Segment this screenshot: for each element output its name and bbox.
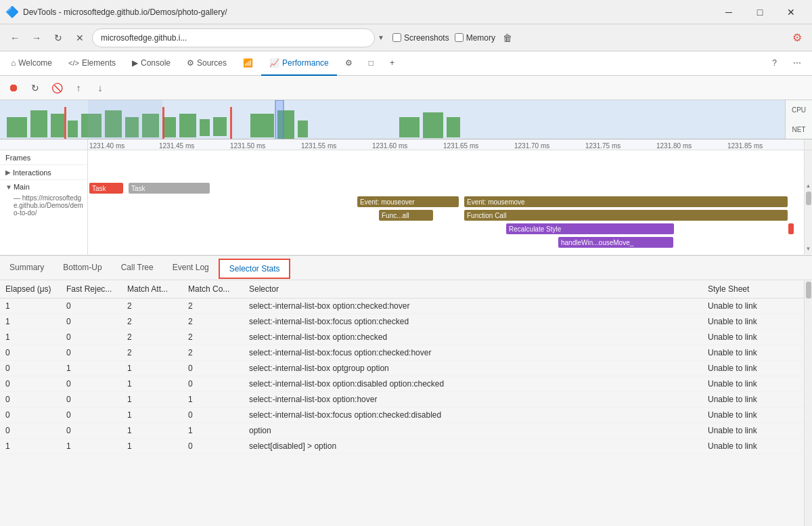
trash-button[interactable]: 🗑 [498,28,517,47]
event-mousemove-bar[interactable]: Event: mousemove [464,196,788,207]
col-elapsed[interactable]: Elapsed (μs) [0,280,61,299]
col-match-co[interactable]: Match Co... [183,280,244,299]
devtools-tab-bar: ⌂ Welcome </> Elements ▶ Console ⚙ Sourc… [0,51,812,76]
maximize-button[interactable]: □ [744,0,775,24]
handle-win-bar[interactable]: handleWin...ouseMove_ [558,237,673,248]
function-call-bar[interactable]: Function Call [464,210,788,221]
table-row[interactable]: 0010select:-internal-list-box:focus opti… [0,408,804,423]
func-all-bar[interactable]: Func...all [379,210,433,221]
cell-5-1: 0 [61,376,122,392]
tab-call-tree[interactable]: Call Tree [112,256,163,280]
main-header[interactable]: ▼ Main — https://microsoftedge.github.io… [0,180,88,255]
col-match-att[interactable]: Match Att... [122,280,183,299]
table-row[interactable]: 1022select:-internal-list-box option:che… [0,299,804,314]
tab-device[interactable]: □ [361,51,382,76]
summary-label: Summary [9,263,44,272]
reload-record-button[interactable]: ↻ [27,80,43,96]
table-scrollbar[interactable] [804,280,812,526]
tab-help[interactable]: ? [764,51,785,76]
url-bar[interactable]: microsoftedge.github.i... [92,28,375,47]
cell-0-3: 2 [183,299,244,314]
mark-1231-55: 1231.55 ms [301,139,336,150]
table-row[interactable]: 1022select:-internal-list-box option:che… [0,330,804,345]
download-button[interactable]: ↓ [92,80,108,96]
col-style-sheet[interactable]: Style Sheet [702,280,804,299]
tab-welcome[interactable]: ⌂ Welcome [3,51,60,76]
main-scrollbar[interactable]: ▲ ▼ [804,180,812,255]
mark-1231-85: 1231.85 ms [727,139,763,150]
tab-more-options[interactable]: ⋯ [785,51,809,76]
cell-5-5: Unable to link [702,376,804,392]
net-label: NET [792,126,806,133]
screenshots-checkbox[interactable] [392,33,401,42]
table-row[interactable]: 0011optionUnable to link [0,423,804,439]
record-button[interactable]: ⏺ [5,80,22,96]
interactions-content[interactable] [88,165,804,180]
settings-button[interactable]: ⚙ [788,28,807,47]
scroll-down-arrow[interactable]: ▼ [806,246,811,252]
scroll-thumb[interactable] [806,192,811,205]
forward-button[interactable]: → [27,28,46,47]
close-button[interactable]: ✕ [775,0,807,24]
table-row[interactable]: 0022select:-internal-list-box:focus opti… [0,345,804,361]
recalculate-style-bar[interactable]: Recalculate Style [506,223,674,234]
table-row[interactable]: 0011select:-internal-list-box option:hov… [0,392,804,408]
tab-summary[interactable]: Summary [0,256,53,280]
cell-8-3: 1 [183,423,244,439]
frames-content[interactable] [88,150,804,165]
tab-more[interactable]: + [382,51,403,76]
cell-6-0: 0 [0,392,61,408]
task-red-bar[interactable]: Task [89,183,123,194]
back-button[interactable]: ← [5,28,24,47]
task-gray-bar[interactable]: Task [129,183,210,194]
cell-6-2: 1 [122,392,183,408]
table-scroll-area[interactable]: Elapsed (μs) Fast Rejec... Match Att... … [0,280,812,526]
clear-button[interactable]: 🚫 [49,80,65,96]
memory-checkbox[interactable] [455,33,464,42]
reload-button[interactable]: ↻ [49,28,68,47]
cell-8-5: Unable to link [702,423,804,439]
table-scroll-thumb[interactable] [806,282,811,299]
minimize-button[interactable]: ─ [713,0,744,24]
col-fast-reject[interactable]: Fast Rejec... [61,280,122,299]
tab-bottom-up[interactable]: Bottom-Up [53,256,111,280]
mark-1231-65: 1231.65 ms [443,139,478,150]
event-mouseover-bar[interactable]: Event: mouseover [357,196,459,207]
tab-performance[interactable]: 📈 Performance [261,51,337,76]
red-small-bar[interactable] [788,223,794,234]
cell-8-2: 1 [122,423,183,439]
cell-2-5: Unable to link [702,330,804,345]
scroll-up-arrow[interactable]: ▲ [806,183,811,189]
overview-svg [0,100,804,139]
table-row[interactable]: 1110select[disabled] > optionUnable to l… [0,439,804,454]
upload-button[interactable]: ↑ [70,80,87,96]
main-url: — https://microsoftedge.github.io/Demos/… [5,194,85,217]
tab-settings-gear[interactable]: ⚙ [337,51,361,76]
cell-3-0: 0 [0,345,61,361]
main-expand-arrow[interactable]: ▼ [5,183,12,191]
col-selector[interactable]: Selector [244,280,702,299]
main-content[interactable]: Task Task Event: mouseover Func...all Ev… [88,180,804,255]
cell-0-4: select:-internal-list-box option:checked… [244,299,702,314]
cell-4-2: 1 [122,361,183,376]
devtools-controls: ⏺ ↻ 🚫 ↑ ↓ [0,76,812,100]
cell-3-4: select:-internal-list-box:focus option:c… [244,345,702,361]
stop-button[interactable]: ✕ [70,28,89,47]
tab-console[interactable]: ▶ Console [124,51,179,76]
table-row[interactable]: 0010select:-internal-list-box option:dis… [0,376,804,392]
cell-5-4: select:-internal-list-box option:disable… [244,376,702,392]
tab-selector-stats[interactable]: Selector Stats [219,259,291,279]
tab-elements[interactable]: </> Elements [60,51,124,76]
dropdown-arrow[interactable]: ▼ [378,34,384,41]
overview-area[interactable]: 500 ms 1000 ms 1500 ms 2000 ms 2500 ms 3… [0,100,812,139]
cell-2-2: 2 [122,330,183,345]
cell-4-4: select:-internal-list-box optgroup optio… [244,361,702,376]
tab-network[interactable]: 📶 [235,51,261,76]
table-row[interactable]: 1022select:-internal-list-box:focus opti… [0,314,804,330]
tab-sources[interactable]: ⚙ Sources [179,51,235,76]
interactions-header[interactable]: ▶ Interactions [0,165,88,179]
tab-event-log[interactable]: Event Log [163,256,219,280]
cell-7-5: Unable to link [702,408,804,423]
table-row[interactable]: 0110select:-internal-list-box optgroup o… [0,361,804,376]
interactions-expand[interactable]: ▶ [5,169,11,176]
